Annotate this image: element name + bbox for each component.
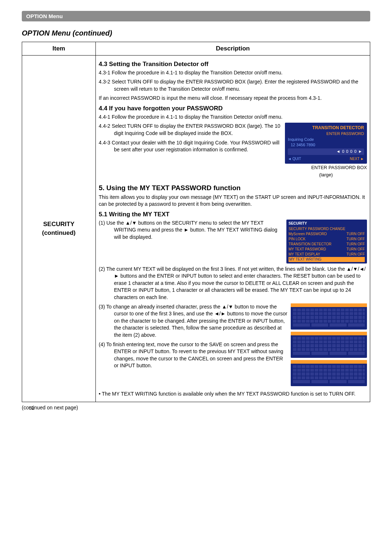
osd-caption1: ENTER PASSWORD BOX [285, 164, 367, 171]
sec-r4l: TRANSITION DETECTOR [289, 242, 331, 247]
p-43note: If an incorrect PASSWORD is input the me… [99, 95, 367, 102]
page-number: 52 [29, 405, 377, 412]
sec-r6l: MY TEXT DISPLAY [289, 252, 320, 257]
h-4-4: 4.4 If you have forgotten your PASSWORD [99, 104, 367, 113]
osd-next: NEXT ► [350, 156, 364, 162]
p-432: 4.3-2 Select TURN OFF to display the ENT… [99, 78, 367, 93]
keyboard-stack [291, 303, 367, 388]
osd-digits: ◄ 0 0 0 0 ► [288, 148, 364, 155]
h-4-3: 4.3 Setting the Transition Detector off [99, 60, 367, 69]
keyboard-osd-3 [291, 360, 367, 386]
cell-desc: 4.3 Setting the Transition Detector off … [96, 55, 370, 402]
sec-hdr: SECURITY [289, 221, 365, 226]
osd-inq-label: Inquiring Code [288, 137, 314, 142]
sec-r3l: PIN LOCK [289, 237, 306, 242]
osd-caption2: (large) [285, 172, 367, 178]
menu-banner: OPTION Menu [22, 11, 370, 21]
osd-title: TRANSITION DETECTOR [288, 125, 364, 131]
cell-item: SECURITY (continued) [22, 55, 96, 402]
sec-r2l: MyScreen PASSWORD [289, 232, 327, 237]
sec-r1l: SECURITY PASSWORD CHANGE [289, 226, 345, 232]
p-5intro: This item allows you to display your own… [99, 194, 367, 208]
p-441: 4.4-1 Follow the procedure in 4.1-1 to d… [99, 114, 367, 121]
item-line1: SECURITY [25, 220, 93, 229]
osd-large-box: TRANSITION DETECTOR ENTER PASSWORD Inqui… [285, 123, 367, 178]
th-desc: Description [96, 42, 370, 56]
sec-r5l: MY TEXT PASSWORD [289, 247, 326, 252]
item-line2: (continued) [25, 229, 93, 237]
osd-inq-code: 12 3456 7890 [288, 142, 364, 148]
osd-quit: ◄ QUIT [288, 156, 301, 162]
keyboard-osd-2 [291, 332, 367, 358]
page-title: OPTION Menu (continued) [22, 28, 370, 38]
sec-r7l: MY TEXT WRITING [289, 257, 322, 262]
h-5: 5. Using the MY TEXT PASSWORD function [99, 183, 367, 193]
th-item: Item [22, 42, 96, 56]
main-table: Item Description SECURITY (continued) 4.… [22, 42, 370, 402]
osd-sub: ENTER PASSWORD [288, 131, 364, 136]
p-512: (2) The current MY TEXT will be displaye… [99, 266, 367, 301]
h-5-1: 5.1 Writing the MY TEXT [99, 210, 367, 219]
p-note: • The MY TEXT WRITING function is availa… [99, 391, 367, 398]
keyboard-osd-1 [291, 303, 367, 330]
security-menu-box: SECURITY SECURITY PASSWORD CHANGE MyScre… [286, 220, 367, 263]
p-431: 4.3-1 Follow the procedure in 4.1-1 to d… [99, 69, 367, 77]
